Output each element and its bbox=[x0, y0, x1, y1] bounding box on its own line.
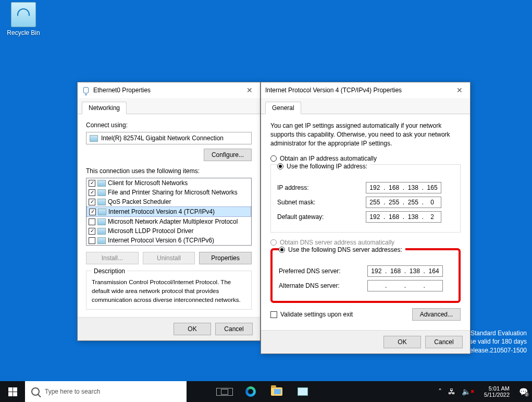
checkbox-icon[interactable] bbox=[89, 228, 95, 235]
connection-items-list[interactable]: Client for Microsoft NetworksFile and Pr… bbox=[86, 178, 252, 246]
protocol-icon bbox=[97, 218, 106, 225]
ethernet-properties-dialog: Ethernet0 Properties ✕ Networking Connec… bbox=[77, 82, 261, 341]
protocol-icon bbox=[97, 237, 106, 244]
taskbar-app-explorer[interactable] bbox=[264, 381, 290, 402]
protocol-icon bbox=[97, 180, 106, 187]
nic-icon bbox=[90, 135, 98, 142]
radio-manual-ip[interactable]: Use the following IP address: bbox=[277, 163, 370, 170]
protocol-icon bbox=[98, 209, 106, 215]
task-view-button[interactable] bbox=[212, 381, 238, 402]
search-placeholder: Type here to search bbox=[45, 388, 100, 395]
radio-label: Use the following DNS server addresses: bbox=[288, 246, 402, 253]
taskbar-app-edge[interactable] bbox=[238, 381, 264, 402]
desktop-icon-recycle-bin[interactable]: Recycle Bin bbox=[4, 2, 43, 36]
radio-label: Obtain an IP address automatically bbox=[280, 155, 377, 162]
advanced-button[interactable]: Advanced... bbox=[412, 308, 461, 321]
alternate-dns-input[interactable]: ... bbox=[367, 280, 443, 291]
radio-manual-dns[interactable]: Use the following DNS server addresses: bbox=[279, 246, 405, 253]
checkbox-icon bbox=[270, 311, 277, 318]
description-text: Transmission Control Protocol/Internet P… bbox=[92, 278, 246, 304]
preferred-dns-label: Preferred DNS server: bbox=[279, 267, 367, 275]
info-text: You can get IP settings assigned automat… bbox=[270, 121, 461, 148]
task-view-icon bbox=[221, 389, 228, 395]
start-button[interactable] bbox=[0, 381, 25, 402]
list-item[interactable]: Microsoft LLDP Protocol Driver bbox=[86, 226, 251, 236]
list-item-label: Internet Protocol Version 4 (TCP/IPv4) bbox=[108, 208, 215, 215]
tab-general[interactable]: General bbox=[265, 102, 301, 114]
titlebar[interactable]: Internet Protocol Version 4 (TCP/IPv4) P… bbox=[261, 82, 470, 98]
items-label: This connection uses the following items… bbox=[86, 167, 252, 175]
ip-address-label: IP address: bbox=[277, 184, 366, 191]
list-item-label: Internet Protocol Version 6 (TCP/IPv6) bbox=[108, 237, 214, 244]
list-item[interactable]: Microsoft Network Adapter Multiplexor Pr… bbox=[86, 217, 251, 226]
ok-button[interactable]: OK bbox=[383, 336, 421, 348]
titlebar[interactable]: Ethernet0 Properties ✕ bbox=[78, 82, 260, 98]
tab-networking[interactable]: Networking bbox=[82, 102, 127, 114]
properties-button[interactable]: Properties bbox=[199, 252, 252, 264]
taskbar-clock[interactable]: 5:01 AM 5/11/2022 bbox=[481, 385, 513, 398]
configure-button[interactable]: Configure... bbox=[204, 149, 252, 161]
subnet-mask-input[interactable]: 255.255.255.0 bbox=[366, 197, 441, 208]
list-item[interactable]: Internet Protocol Version 6 (TCP/IPv6) bbox=[86, 236, 251, 245]
close-icon[interactable]: ✕ bbox=[453, 86, 466, 94]
list-item[interactable]: Client for Microsoft Networks bbox=[86, 178, 251, 188]
radio-label: Use the following IP address: bbox=[287, 163, 367, 170]
checkbox-icon[interactable] bbox=[89, 237, 95, 244]
protocol-icon bbox=[97, 199, 106, 205]
preferred-dns-input[interactable]: 192.168.138.164 bbox=[367, 265, 443, 277]
checkbox-icon[interactable] bbox=[89, 199, 95, 205]
list-item[interactable]: Internet Protocol Version 4 (TCP/IPv4) bbox=[86, 206, 251, 217]
search-icon bbox=[31, 387, 40, 396]
checkbox-icon[interactable] bbox=[89, 209, 96, 215]
list-item-label: Microsoft Network Adapter Multiplexor Pr… bbox=[108, 218, 238, 225]
ethernet-icon bbox=[82, 86, 90, 94]
radio-auto-ip[interactable]: Obtain an IP address automatically bbox=[270, 155, 461, 162]
list-item-label: File and Printer Sharing for Microsoft N… bbox=[108, 189, 238, 196]
ok-button[interactable]: OK bbox=[174, 323, 211, 335]
app-icon bbox=[298, 387, 308, 396]
cancel-button[interactable]: Cancel bbox=[425, 336, 463, 348]
dialog-title: Ethernet0 Properties bbox=[93, 87, 243, 94]
dialog-title: Internet Protocol Version 4 (TCP/IPv4) P… bbox=[265, 87, 453, 94]
uninstall-button[interactable]: Uninstall bbox=[143, 252, 195, 264]
tray-chevron-up-icon[interactable]: ˄ bbox=[438, 387, 442, 396]
checkbox-icon[interactable] bbox=[89, 189, 95, 196]
alternate-dns-label: Alternate DNS server: bbox=[279, 282, 367, 289]
checkbox-icon[interactable] bbox=[89, 180, 95, 187]
ipv4-properties-dialog: Internet Protocol Version 4 (TCP/IPv4) P… bbox=[261, 82, 471, 354]
list-item-label: Microsoft LLDP Protocol Driver bbox=[108, 227, 194, 235]
ip-address-input[interactable]: 192.168.138.165 bbox=[366, 182, 441, 193]
subnet-mask-label: Subnet mask: bbox=[277, 199, 366, 206]
tray-notifications-icon[interactable]: 💬2 bbox=[519, 387, 528, 396]
radio-icon bbox=[279, 247, 285, 253]
close-icon[interactable]: ✕ bbox=[243, 86, 256, 94]
dns-highlight: Use the following DNS server addresses: … bbox=[270, 248, 461, 303]
checkbox-icon[interactable] bbox=[89, 218, 95, 225]
default-gateway-input[interactable]: 192.168.138.2 bbox=[366, 211, 441, 223]
radio-icon bbox=[277, 163, 283, 169]
recycle-bin-icon bbox=[11, 2, 36, 27]
list-item-label: QoS Packet Scheduler bbox=[108, 198, 171, 205]
description-title: Description bbox=[92, 267, 127, 276]
validate-settings-checkbox[interactable]: Validate settings upon exit bbox=[270, 311, 353, 318]
taskbar: Type here to search ˄ 🖧 🔈✖ 5:01 AM 5/11/… bbox=[0, 381, 532, 402]
list-item[interactable]: File and Printer Sharing for Microsoft N… bbox=[86, 188, 251, 197]
tray-volume-icon[interactable]: 🔈✖ bbox=[462, 387, 475, 396]
radio-icon bbox=[270, 239, 277, 246]
default-gateway-label: Default gateway: bbox=[277, 213, 366, 221]
tray-network-icon[interactable]: 🖧 bbox=[448, 387, 455, 396]
connect-using-label: Connect using: bbox=[86, 121, 252, 129]
protocol-icon bbox=[97, 189, 106, 196]
list-item[interactable]: QoS Packet Scheduler bbox=[86, 197, 251, 206]
adapter-field[interactable]: Intel(R) 82574L Gigabit Network Connecti… bbox=[86, 132, 252, 144]
radio-auto-dns: Obtain DNS server address automatically bbox=[270, 239, 461, 246]
list-item-label: Client for Microsoft Networks bbox=[108, 179, 188, 187]
taskbar-app-generic[interactable] bbox=[290, 381, 316, 402]
windows-logo-icon bbox=[8, 387, 17, 396]
radio-label: Obtain DNS server address automatically bbox=[280, 239, 394, 246]
install-button[interactable]: Install... bbox=[86, 252, 139, 264]
edge-icon bbox=[245, 386, 256, 397]
protocol-icon bbox=[97, 228, 106, 235]
cancel-button[interactable]: Cancel bbox=[215, 323, 253, 335]
search-box[interactable]: Type here to search bbox=[25, 381, 187, 402]
